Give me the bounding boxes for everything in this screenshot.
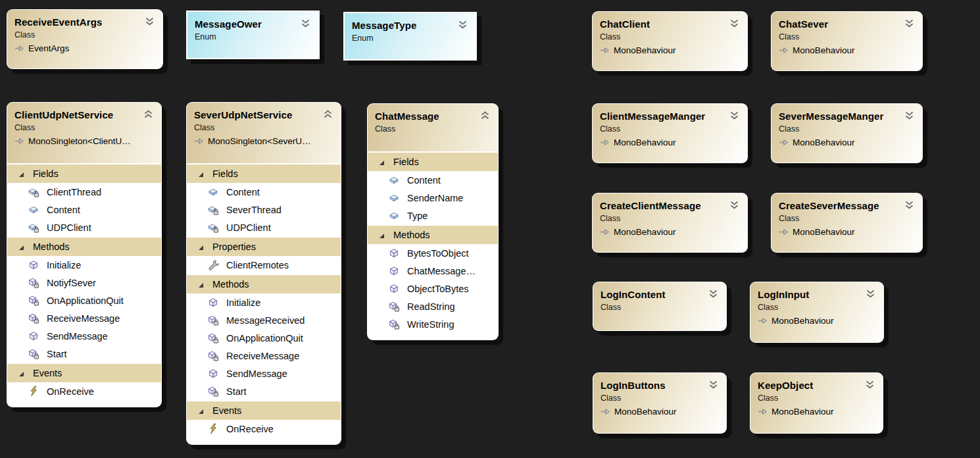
enum-box-message-type[interactable]: MessageTypeEnum [343, 12, 477, 61]
section-header-methods[interactable]: Methods [7, 236, 161, 256]
member-row[interactable]: Content [187, 183, 341, 201]
class-box-create-sever-message[interactable]: CreateSeverMessageClassMonoBehaviour [771, 193, 923, 253]
class-box-chat-sever[interactable]: ChatSeverClassMonoBehaviour [771, 11, 923, 71]
expand-button[interactable] [904, 19, 914, 31]
method-icon [388, 247, 400, 259]
section-header-fields[interactable]: Fields [368, 151, 498, 171]
member-row[interactable]: UDPClient [187, 218, 341, 236]
inherits-row: MonoBehaviour [779, 226, 915, 238]
member-row[interactable]: OnReceive [7, 382, 161, 400]
box-header: KeepObjectClassMonoBehaviour [750, 373, 883, 417]
box-kind-label: Class [194, 122, 333, 133]
class-box-create-client-message[interactable]: CreateClientMessageClassMonoBehaviour [592, 193, 748, 253]
member-row[interactable]: SendMessage [7, 327, 161, 345]
expand-button[interactable] [904, 201, 914, 213]
box-kind-label: Class [758, 302, 876, 313]
box-kind-label: Class [14, 30, 155, 40]
expand-button[interactable] [145, 17, 155, 29]
expand-button[interactable] [729, 201, 739, 213]
member-label: SendMessage [226, 369, 287, 379]
box-header: LogInInputClassMonoBehaviour [750, 282, 883, 326]
method-icon [28, 259, 39, 270]
member-row[interactable]: SeverThread [187, 201, 341, 218]
class-box-receive-event-args[interactable]: ReceiveEventArgsClassEventArgs [7, 9, 163, 69]
section-header-fields[interactable]: Fields [187, 163, 341, 183]
field-icon [207, 186, 219, 197]
enum-box-message-ower[interactable]: MessageOwerEnum [186, 11, 320, 59]
member-row[interactable]: WriteString [368, 315, 498, 333]
member-row[interactable]: UDPClient [7, 218, 161, 236]
class-box-keep-object[interactable]: KeepObjectClassMonoBehaviour [750, 372, 883, 434]
class-box-sever-udp-net-service[interactable]: SeverUdpNetServiceClassMonoSingleton<Sev… [186, 102, 341, 445]
inherits-label: MonoBehaviour [614, 406, 677, 417]
collapse-button[interactable] [323, 110, 333, 122]
member-row[interactable]: NotiyfSever [7, 274, 161, 292]
member-row[interactable]: SendMessage [187, 365, 341, 382]
section-header-properties[interactable]: Properties [187, 236, 341, 256]
inherits-row: MonoBehaviour [600, 45, 740, 56]
section-header-events[interactable]: Events [7, 363, 161, 382]
member-row[interactable]: ClientThread [7, 183, 161, 201]
member-row[interactable]: ChatMessage… [368, 262, 498, 280]
expand-button[interactable] [865, 380, 875, 392]
method-private-icon [207, 386, 219, 397]
member-row[interactable]: Start [7, 345, 161, 363]
expand-button[interactable] [904, 111, 914, 123]
expand-button[interactable] [708, 290, 718, 301]
class-box-sever-message-manger[interactable]: SeverMessageMangerClassMonoBehaviour [771, 103, 923, 163]
member-row[interactable]: Content [7, 201, 161, 218]
box-kind-label: Class [600, 32, 740, 42]
class-box-log-in-input[interactable]: LogInInputClassMonoBehaviour [750, 282, 884, 343]
expand-button[interactable] [708, 380, 718, 392]
member-label: Content [407, 175, 441, 186]
inherits-label: MonoBehaviour [793, 45, 855, 56]
class-diagram-canvas[interactable]: ReceiveEventArgsClassEventArgsMessageOwe… [0, 0, 980, 458]
member-row[interactable]: MessageReceived [187, 311, 341, 329]
class-box-log-in-content[interactable]: LogInContentClass [593, 282, 727, 331]
box-header: ChatSeverClassMonoBehaviour [772, 12, 922, 56]
member-row[interactable]: ReceiveMessage [187, 347, 341, 365]
box-footer [368, 333, 498, 340]
expand-button[interactable] [458, 20, 468, 32]
expand-button[interactable] [729, 19, 739, 31]
box-title: ChatClient [600, 17, 650, 31]
member-row[interactable]: OnReceive [187, 420, 341, 438]
expand-button[interactable] [729, 111, 739, 123]
member-row[interactable]: OnApplicationQuit [187, 329, 341, 347]
section-header-events[interactable]: Events [187, 400, 341, 420]
method-private-icon [207, 332, 219, 344]
member-row[interactable]: ReadString [368, 297, 498, 315]
member-row[interactable]: SenderName [368, 189, 498, 207]
collapse-button[interactable] [480, 111, 490, 123]
member-row[interactable]: Initialize [7, 256, 161, 274]
section-header-methods[interactable]: Methods [368, 224, 498, 244]
class-box-client-message-manger[interactable]: ClientMessageMangerClassMonoBehaviour [592, 103, 748, 163]
member-label: SeverThread [226, 205, 282, 215]
expand-button[interactable] [301, 19, 310, 31]
section-expander-icon [198, 282, 204, 288]
section-label: Methods [393, 230, 430, 240]
member-row[interactable]: ObjectToBytes [368, 280, 498, 297]
member-row[interactable]: Content [368, 171, 498, 189]
member-row[interactable]: Start [187, 382, 341, 400]
member-row[interactable]: Type [368, 207, 498, 224]
collapse-button[interactable] [143, 110, 153, 122]
class-box-chat-message[interactable]: ChatMessageClassFieldsContentSenderNameT… [367, 103, 499, 340]
box-kind-label: Class [14, 122, 154, 133]
inherits-row: MonoSingleton<ClientU… [14, 136, 154, 147]
expand-button[interactable] [866, 290, 875, 301]
section-header-fields[interactable]: Fields [7, 163, 161, 183]
class-box-chat-client[interactable]: ChatClientClassMonoBehaviour [592, 11, 748, 71]
section-header-methods[interactable]: Methods [187, 274, 341, 293]
member-row[interactable]: OnApplicationQuit [7, 292, 161, 309]
box-title: MessageType [352, 18, 416, 32]
member-row[interactable]: BytesToObject [368, 244, 498, 262]
inherits-label: MonoBehaviour [772, 406, 834, 417]
inherits-row: MonoBehaviour [600, 137, 740, 148]
member-row[interactable]: ReceiveMessage [7, 309, 161, 327]
box-kind-label: Class [600, 213, 740, 224]
class-box-log-in-buttons[interactable]: LogInButtonsClassMonoBehaviour [593, 372, 727, 434]
member-row[interactable]: ClientRemotes [187, 256, 341, 274]
member-row[interactable]: Initialize [187, 293, 341, 311]
class-box-client-udp-net-service[interactable]: ClientUdpNetServiceClassMonoSingleton<Cl… [7, 102, 162, 407]
